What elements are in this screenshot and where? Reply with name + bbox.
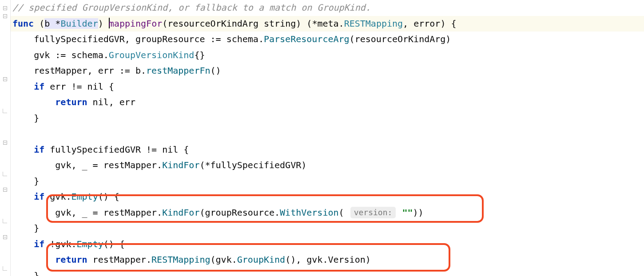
receiver-b: b *Builder: [44, 18, 98, 29]
code-line: }: [11, 110, 644, 126]
code-line: gvk := schema.GroupVersionKind{}: [11, 47, 644, 63]
code-line: }: [11, 268, 644, 276]
code-line: if err != nil {: [11, 79, 644, 95]
code-line: }: [11, 173, 644, 189]
code-line: return nil, err: [11, 95, 644, 110]
fold-toggle-icon[interactable]: [2, 139, 8, 146]
code-line: // specified GroupVersionKind, or fallba…: [11, 0, 644, 16]
code-line: if gvk.Empty() {: [11, 189, 644, 205]
code-area[interactable]: // specified GroupVersionKind, or fallba…: [11, 0, 644, 276]
fold-toggle-icon[interactable]: [2, 5, 8, 11]
code-line: gvk, _ = restMapper.KindFor(*fullySpecif…: [11, 158, 644, 173]
fold-end-icon: [2, 171, 8, 177]
code-line: fullySpecifiedGVR, groupResource := sche…: [11, 32, 644, 47]
fold-end-icon: [2, 265, 8, 272]
inline-hint: version:: [350, 207, 396, 218]
code-line: if !gvk.Empty() {: [11, 237, 644, 252]
fold-toggle-icon[interactable]: [2, 186, 8, 193]
keyword-func: func: [12, 18, 34, 29]
code-line: if fullySpecifiedGVR != nil {: [11, 142, 644, 158]
code-line: return restMapper.RESTMapping(gvk.GroupK…: [11, 252, 644, 268]
fold-toggle-icon[interactable]: [2, 13, 8, 19]
code-line: restMapper, err := b.restMapperFn(): [11, 63, 644, 79]
fold-toggle-icon[interactable]: [2, 76, 8, 82]
method-name: mappingFor: [109, 18, 162, 29]
fold-toggle-icon[interactable]: [2, 234, 8, 240]
code-line: [11, 126, 644, 142]
fold-end-icon: [2, 218, 8, 224]
code-line: func (b *Builder) mappingFor(resourceOrK…: [11, 16, 644, 32]
code-line: gvk, _ = restMapper.KindFor(groupResourc…: [11, 205, 644, 221]
code-editor[interactable]: // specified GroupVersionKind, or fallba…: [0, 0, 644, 276]
code-line: }: [11, 221, 644, 237]
gutter: [0, 0, 11, 276]
fold-end-icon: [2, 108, 8, 114]
